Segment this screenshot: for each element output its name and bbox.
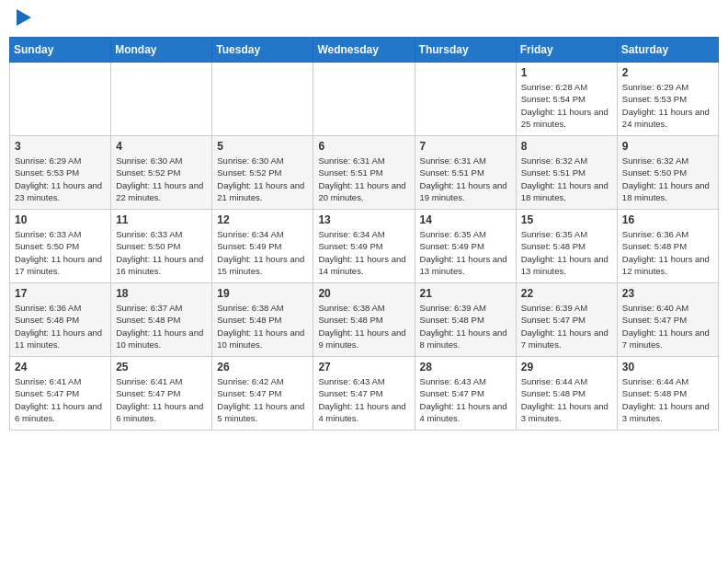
calendar-day-cell: 21Sunrise: 6:39 AM Sunset: 5:48 PM Dayli…: [415, 283, 516, 357]
calendar-day-cell: 27Sunrise: 6:43 AM Sunset: 5:47 PM Dayli…: [313, 357, 415, 431]
day-info: Sunrise: 6:34 AM Sunset: 5:49 PM Dayligh…: [217, 228, 308, 277]
day-info: Sunrise: 6:38 AM Sunset: 5:48 PM Dayligh…: [318, 302, 409, 350]
day-number: 5: [217, 140, 308, 153]
day-number: 11: [116, 213, 207, 226]
calendar-day-cell: [212, 63, 313, 136]
day-info: Sunrise: 6:38 AM Sunset: 5:48 PM Dayligh…: [217, 302, 308, 350]
day-number: 7: [420, 140, 511, 153]
day-info: Sunrise: 6:28 AM Sunset: 5:54 PM Dayligh…: [521, 81, 612, 130]
calendar-day-cell: 24Sunrise: 6:41 AM Sunset: 5:47 PM Dayli…: [10, 357, 111, 431]
day-info: Sunrise: 6:33 AM Sunset: 5:50 PM Dayligh…: [116, 228, 207, 277]
calendar-week-row: 3Sunrise: 6:29 AM Sunset: 5:53 PM Daylig…: [10, 136, 719, 210]
page-header: [9, 9, 719, 29]
calendar-week-row: 10Sunrise: 6:33 AM Sunset: 5:50 PM Dayli…: [10, 210, 719, 283]
day-info: Sunrise: 6:33 AM Sunset: 5:50 PM Dayligh…: [15, 228, 106, 277]
day-number: 2: [622, 66, 713, 79]
day-info: Sunrise: 6:29 AM Sunset: 5:53 PM Dayligh…: [622, 81, 713, 130]
calendar-day-cell: 4Sunrise: 6:30 AM Sunset: 5:52 PM Daylig…: [111, 136, 212, 210]
day-info: Sunrise: 6:31 AM Sunset: 5:51 PM Dayligh…: [318, 155, 409, 203]
day-header-wednesday: Wednesday: [313, 38, 415, 63]
calendar-day-cell: 20Sunrise: 6:38 AM Sunset: 5:48 PM Dayli…: [313, 283, 415, 357]
day-number: 27: [318, 361, 409, 373]
day-number: 8: [521, 140, 612, 153]
day-info: Sunrise: 6:32 AM Sunset: 5:50 PM Dayligh…: [622, 155, 713, 203]
calendar-day-cell: 16Sunrise: 6:36 AM Sunset: 5:48 PM Dayli…: [617, 210, 718, 283]
day-number: 9: [622, 140, 713, 153]
calendar-day-cell: 19Sunrise: 6:38 AM Sunset: 5:48 PM Dayli…: [212, 283, 313, 357]
calendar-day-cell: 10Sunrise: 6:33 AM Sunset: 5:50 PM Dayli…: [10, 210, 111, 283]
day-number: 23: [622, 287, 713, 300]
calendar-day-cell: 13Sunrise: 6:34 AM Sunset: 5:49 PM Dayli…: [313, 210, 415, 283]
calendar-day-cell: 6Sunrise: 6:31 AM Sunset: 5:51 PM Daylig…: [313, 136, 415, 210]
calendar-day-cell: 7Sunrise: 6:31 AM Sunset: 5:51 PM Daylig…: [415, 136, 516, 210]
day-number: 19: [217, 287, 308, 300]
day-number: 18: [116, 287, 207, 300]
day-number: 12: [217, 213, 308, 226]
day-info: Sunrise: 6:44 AM Sunset: 5:48 PM Dayligh…: [521, 375, 612, 424]
day-info: Sunrise: 6:40 AM Sunset: 5:47 PM Dayligh…: [622, 302, 713, 350]
day-number: 17: [15, 287, 106, 300]
day-number: 15: [521, 213, 612, 226]
day-number: 29: [521, 361, 612, 373]
day-info: Sunrise: 6:36 AM Sunset: 5:48 PM Dayligh…: [622, 228, 713, 277]
day-number: 20: [318, 287, 409, 300]
calendar-day-cell: 11Sunrise: 6:33 AM Sunset: 5:50 PM Dayli…: [111, 210, 212, 283]
day-info: Sunrise: 6:43 AM Sunset: 5:47 PM Dayligh…: [420, 375, 511, 424]
day-info: Sunrise: 6:35 AM Sunset: 5:48 PM Dayligh…: [521, 228, 612, 277]
day-number: 13: [318, 213, 409, 226]
calendar-day-cell: [415, 63, 516, 136]
logo: [13, 9, 31, 29]
day-number: 21: [420, 287, 511, 300]
calendar-day-cell: 30Sunrise: 6:44 AM Sunset: 5:48 PM Dayli…: [617, 357, 718, 431]
calendar-day-cell: 18Sunrise: 6:37 AM Sunset: 5:48 PM Dayli…: [111, 283, 212, 357]
calendar-day-cell: 5Sunrise: 6:30 AM Sunset: 5:52 PM Daylig…: [212, 136, 313, 210]
day-info: Sunrise: 6:39 AM Sunset: 5:47 PM Dayligh…: [521, 302, 612, 350]
calendar-day-cell: 22Sunrise: 6:39 AM Sunset: 5:47 PM Dayli…: [516, 283, 617, 357]
calendar-day-cell: 8Sunrise: 6:32 AM Sunset: 5:51 PM Daylig…: [516, 136, 617, 210]
day-header-saturday: Saturday: [617, 38, 718, 63]
day-number: 6: [318, 140, 409, 153]
calendar-day-cell: 1Sunrise: 6:28 AM Sunset: 5:54 PM Daylig…: [516, 63, 617, 136]
calendar-day-cell: [313, 63, 415, 136]
calendar-day-cell: 2Sunrise: 6:29 AM Sunset: 5:53 PM Daylig…: [617, 63, 718, 136]
day-info: Sunrise: 6:41 AM Sunset: 5:47 PM Dayligh…: [15, 375, 106, 424]
day-info: Sunrise: 6:30 AM Sunset: 5:52 PM Dayligh…: [217, 155, 308, 203]
calendar-week-row: 1Sunrise: 6:28 AM Sunset: 5:54 PM Daylig…: [10, 63, 719, 136]
day-info: Sunrise: 6:42 AM Sunset: 5:47 PM Dayligh…: [217, 375, 308, 424]
calendar-day-cell: 14Sunrise: 6:35 AM Sunset: 5:49 PM Dayli…: [415, 210, 516, 283]
day-number: 1: [521, 66, 612, 79]
calendar-day-cell: 26Sunrise: 6:42 AM Sunset: 5:47 PM Dayli…: [212, 357, 313, 431]
day-info: Sunrise: 6:31 AM Sunset: 5:51 PM Dayligh…: [420, 155, 511, 203]
calendar-day-cell: [111, 63, 212, 136]
calendar-day-cell: 29Sunrise: 6:44 AM Sunset: 5:48 PM Dayli…: [516, 357, 617, 431]
day-header-friday: Friday: [516, 38, 617, 63]
calendar-day-cell: 12Sunrise: 6:34 AM Sunset: 5:49 PM Dayli…: [212, 210, 313, 283]
day-info: Sunrise: 6:34 AM Sunset: 5:49 PM Dayligh…: [318, 228, 409, 277]
day-number: 10: [15, 213, 106, 226]
calendar-week-row: 17Sunrise: 6:36 AM Sunset: 5:48 PM Dayli…: [10, 283, 719, 357]
day-info: Sunrise: 6:43 AM Sunset: 5:47 PM Dayligh…: [318, 375, 409, 424]
calendar-day-cell: 3Sunrise: 6:29 AM Sunset: 5:53 PM Daylig…: [10, 136, 111, 210]
day-number: 3: [15, 140, 106, 153]
calendar-day-cell: 23Sunrise: 6:40 AM Sunset: 5:47 PM Dayli…: [617, 283, 718, 357]
day-number: 24: [15, 361, 106, 373]
day-info: Sunrise: 6:32 AM Sunset: 5:51 PM Dayligh…: [521, 155, 612, 203]
day-number: 16: [622, 213, 713, 226]
day-number: 14: [420, 213, 511, 226]
calendar-day-cell: 25Sunrise: 6:41 AM Sunset: 5:47 PM Dayli…: [111, 357, 212, 431]
day-info: Sunrise: 6:29 AM Sunset: 5:53 PM Dayligh…: [15, 155, 106, 203]
calendar-week-row: 24Sunrise: 6:41 AM Sunset: 5:47 PM Dayli…: [10, 357, 719, 431]
day-info: Sunrise: 6:44 AM Sunset: 5:48 PM Dayligh…: [622, 375, 713, 424]
day-info: Sunrise: 6:36 AM Sunset: 5:48 PM Dayligh…: [15, 302, 106, 350]
day-header-tuesday: Tuesday: [212, 38, 313, 63]
day-number: 26: [217, 361, 308, 373]
calendar-header-row: SundayMondayTuesdayWednesdayThursdayFrid…: [10, 38, 719, 63]
day-header-sunday: Sunday: [10, 38, 111, 63]
day-info: Sunrise: 6:39 AM Sunset: 5:48 PM Dayligh…: [420, 302, 511, 350]
calendar-day-cell: 28Sunrise: 6:43 AM Sunset: 5:47 PM Dayli…: [415, 357, 516, 431]
day-info: Sunrise: 6:41 AM Sunset: 5:47 PM Dayligh…: [116, 375, 207, 424]
day-info: Sunrise: 6:37 AM Sunset: 5:48 PM Dayligh…: [116, 302, 207, 350]
calendar-table: SundayMondayTuesdayWednesdayThursdayFrid…: [9, 37, 719, 431]
day-number: 30: [622, 361, 713, 373]
day-info: Sunrise: 6:35 AM Sunset: 5:49 PM Dayligh…: [420, 228, 511, 277]
